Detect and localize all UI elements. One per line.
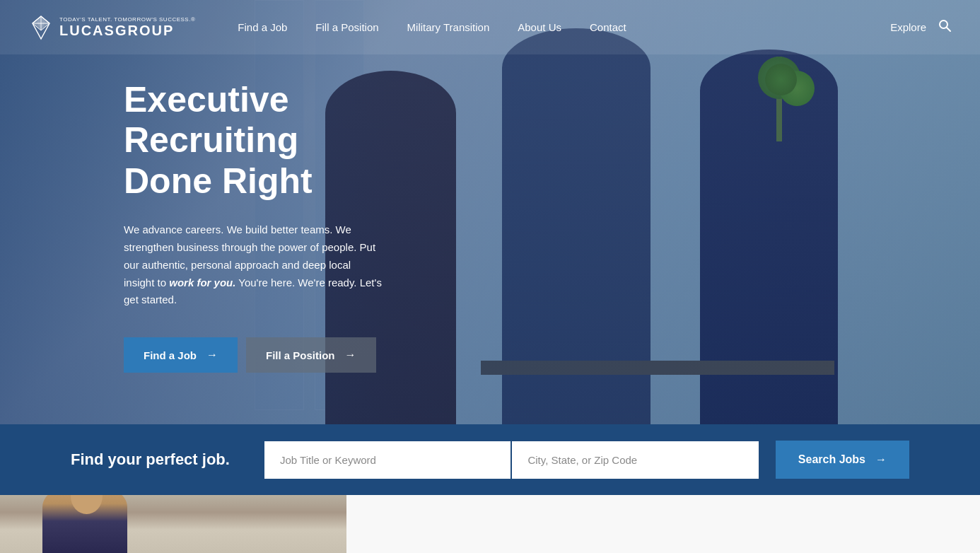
search-inputs-container [264, 441, 759, 479]
bottom-content-area [346, 495, 980, 553]
hero-title: Executive Recruiting Done Right [124, 80, 382, 202]
fill-position-label: Fill a Position [266, 349, 335, 361]
logo[interactable]: Today's talent. Tomorrow's success.® LUC… [28, 15, 195, 40]
search-icon[interactable] [938, 18, 952, 36]
find-job-arrow-icon: → [206, 349, 218, 361]
search-jobs-label: Search Jobs [798, 453, 865, 466]
keyword-input[interactable] [264, 441, 511, 479]
nav-military-transition[interactable]: Military Transition [407, 21, 490, 33]
svg-line-6 [947, 28, 950, 31]
nav-contact[interactable]: Contact [590, 21, 626, 33]
nav-fill-a-position[interactable]: Fill a Position [315, 21, 378, 33]
hero-description: We advance careers. We build better team… [124, 221, 382, 309]
bottom-person-image [0, 495, 346, 553]
explore-button[interactable]: Explore [890, 21, 926, 33]
find-a-job-label: Find a Job [144, 349, 197, 361]
nav-right: Explore [890, 18, 952, 36]
nav-about-us[interactable]: About Us [518, 21, 561, 33]
logo-tagline: Today's talent. Tomorrow's success.® [59, 16, 195, 23]
search-jobs-button[interactable]: Search Jobs → [776, 441, 909, 479]
logo-name: LUCASGROUP [59, 23, 195, 39]
logo-icon [28, 15, 54, 40]
search-arrow-icon: → [875, 453, 887, 466]
bottom-section [0, 495, 980, 553]
nav-find-a-job[interactable]: Find a Job [238, 21, 287, 33]
hero-content: Executive Recruiting Done Right We advan… [0, 0, 438, 424]
location-input[interactable] [512, 441, 758, 479]
hero-section: Today's talent. Tomorrow's success.® LUC… [0, 0, 980, 424]
fill-position-arrow-icon: → [345, 349, 356, 361]
hero-buttons: Find a Job → Fill a Position → [124, 337, 382, 373]
fill-a-position-button[interactable]: Fill a Position → [246, 337, 376, 373]
search-section-label: Find your perfect job. [71, 450, 247, 469]
navbar: Today's talent. Tomorrow's success.® LUC… [0, 0, 980, 54]
search-bar-section: Find your perfect job. Search Jobs → [0, 424, 980, 495]
find-a-job-button[interactable]: Find a Job → [124, 337, 238, 373]
logo-text: Today's talent. Tomorrow's success.® LUC… [59, 16, 195, 39]
nav-links: Find a Job Fill a Position Military Tran… [238, 21, 890, 33]
